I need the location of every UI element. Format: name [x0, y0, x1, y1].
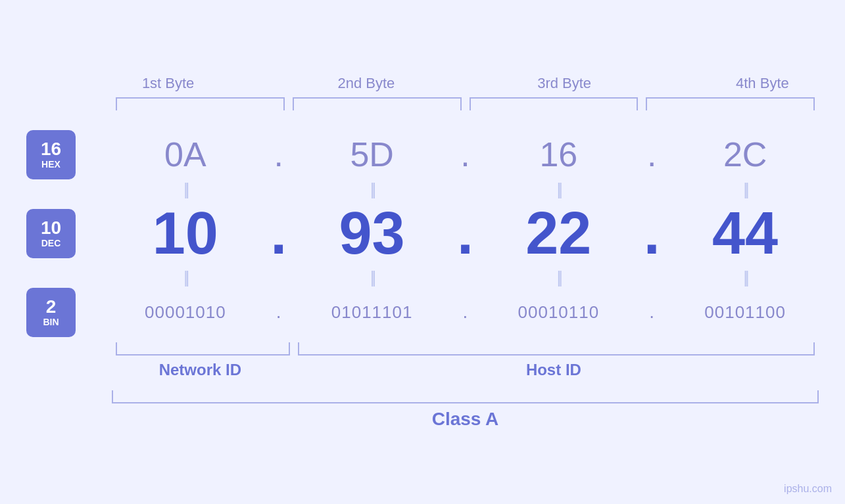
- byte4-header: 4th Byte: [664, 75, 845, 97]
- bracket-class-a: [112, 390, 819, 403]
- hex-val-2: 5D: [299, 135, 446, 174]
- dec-values-row: 10 . 93 . 22 . 44: [112, 200, 819, 267]
- hex-badge-col: 16 HEX: [26, 130, 112, 179]
- dec-dot-1: .: [259, 200, 299, 267]
- hex-dot-2: .: [446, 135, 485, 174]
- byte1-header: 1st Byte: [69, 75, 267, 97]
- dec-row: 10 DEC 10 . 93 . 22 . 44: [26, 200, 819, 267]
- hex-dot-3: .: [632, 135, 671, 174]
- eq-2-1: ||: [112, 267, 259, 288]
- hex-badge: 16 HEX: [26, 130, 76, 179]
- class-label-row: Class A: [112, 409, 819, 430]
- hex-dot-1: .: [259, 135, 299, 174]
- bin-val-1: 00001010: [112, 302, 259, 323]
- eq-1-2: ||: [299, 179, 446, 200]
- class-bracket: [112, 390, 819, 403]
- bracket-top-1: [116, 97, 285, 110]
- hex-val-4: 2C: [671, 135, 819, 174]
- byte3-header: 3rd Byte: [466, 75, 664, 97]
- bin-dot-3: .: [632, 302, 671, 323]
- bracket-host: [298, 342, 815, 355]
- dec-badge: 10 DEC: [26, 209, 76, 258]
- bin-dot-2: .: [446, 302, 485, 323]
- dec-badge-col: 10 DEC: [26, 209, 112, 258]
- bin-badge-col: 2 BIN: [26, 288, 112, 337]
- dec-val-2: 93: [299, 200, 446, 267]
- bracket-top-3: [470, 97, 639, 110]
- dec-val-1: 10: [112, 200, 259, 267]
- hex-badge-num: 16: [41, 139, 61, 160]
- byte-headers: 1st Byte 2nd Byte 3rd Byte 4th Byte: [69, 75, 845, 97]
- dec-dot-3: .: [632, 200, 671, 267]
- bin-val-3: 00010110: [485, 302, 633, 323]
- bottom-brackets: [112, 342, 819, 355]
- bracket-top-4: [646, 97, 815, 110]
- eq-values-1: || || || ||: [112, 179, 819, 200]
- host-id-label: Host ID: [289, 361, 819, 379]
- dec-dot-2: .: [446, 200, 485, 267]
- hex-val-1: 0A: [112, 135, 259, 174]
- eq-2-3: ||: [485, 267, 633, 288]
- dec-badge-num: 10: [41, 218, 61, 239]
- eq-row-1: || || || ||: [26, 179, 819, 200]
- hex-val-3: 16: [485, 135, 633, 174]
- bin-badge-num: 2: [46, 297, 57, 317]
- hex-row: 16 HEX 0A . 5D . 16 . 2C: [26, 130, 819, 179]
- id-labels: Network ID Host ID: [112, 361, 819, 379]
- hex-badge-label: HEX: [41, 159, 60, 170]
- byte2-header: 2nd Byte: [267, 75, 465, 97]
- bin-val-2: 01011101: [299, 302, 446, 323]
- bin-badge-label: BIN: [43, 317, 59, 327]
- eq-row-2: || || || ||: [26, 267, 819, 288]
- eq-1-4: ||: [671, 179, 819, 200]
- top-brackets: [112, 97, 819, 110]
- bin-dot-1: .: [259, 302, 299, 323]
- bracket-network: [116, 342, 290, 355]
- hex-values-row: 0A . 5D . 16 . 2C: [112, 135, 819, 174]
- bin-values-row: 00001010 . 01011101 . 00010110 . 0010110…: [112, 302, 819, 323]
- bin-row: 2 BIN 00001010 . 01011101 . 00010110 . 0…: [26, 288, 819, 337]
- main-container: 1st Byte 2nd Byte 3rd Byte 4th Byte 16 H…: [0, 0, 845, 504]
- network-id-label: Network ID: [112, 361, 289, 379]
- bin-val-4: 00101100: [671, 302, 819, 323]
- eq-1-3: ||: [485, 179, 633, 200]
- dec-badge-label: DEC: [41, 238, 61, 248]
- eq-2-4: ||: [671, 267, 819, 288]
- bracket-top-2: [293, 97, 462, 110]
- bin-badge: 2 BIN: [26, 288, 76, 337]
- eq-2-2: ||: [299, 267, 446, 288]
- dec-val-3: 22: [485, 200, 633, 267]
- watermark: ipshu.com: [784, 483, 832, 495]
- eq-1-1: ||: [112, 179, 259, 200]
- class-a-label: Class A: [112, 409, 819, 430]
- eq-values-2: || || || ||: [112, 267, 819, 288]
- dec-val-4: 44: [671, 200, 819, 267]
